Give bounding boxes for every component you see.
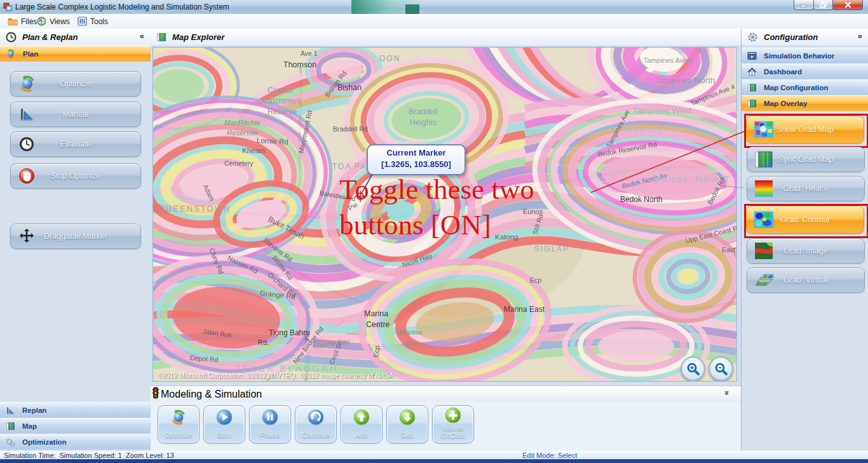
dashboard-label: Dashboard	[764, 68, 802, 76]
grad-virtual-button[interactable]: Grad: Virtual	[747, 267, 865, 293]
configuration-panel: Configuration » Simulation Behavior Dash…	[741, 29, 868, 451]
continue-button[interactable]: Continue	[295, 405, 337, 443]
plus-icon	[445, 407, 461, 424]
zoom-in-button[interactable]	[681, 356, 705, 381]
clock-icon	[6, 32, 17, 43]
replan-section[interactable]: Replan	[0, 402, 151, 418]
sim-optimize-button[interactable]: Optimize	[158, 405, 200, 443]
map-explorer-header: Map Explorer	[151, 29, 741, 46]
draggable-marker-button[interactable]: Draggable Marker	[10, 224, 141, 249]
menu-files[interactable]: Files	[8, 15, 37, 27]
annotation-text: Toggle these two buttons [ON]	[339, 172, 534, 243]
down-arrow-icon	[399, 409, 416, 426]
grad-heat-label: Grad: Heat #	[747, 184, 864, 193]
folder-icon	[8, 17, 18, 25]
panel-title: Plan & Replan	[22, 32, 78, 42]
gears-icon	[6, 438, 15, 447]
status-edit-mode: Edit Mode: Select	[522, 452, 577, 459]
show-grad-map-button[interactable]: Show Grad Map	[746, 116, 864, 144]
expand-chevron[interactable]: »	[858, 31, 862, 41]
map-explorer-panel: Map Explorer ThomsonAve 1OONCentralCatch…	[151, 29, 741, 451]
gear-icon	[747, 32, 758, 43]
collapse-down-chevron[interactable]: »	[722, 391, 732, 395]
pause-button[interactable]: Pause	[249, 405, 291, 443]
window-title: Large Scale Complex Logistic Modeling an…	[15, 3, 229, 11]
map-overlay-label: Map Overlay	[764, 100, 807, 107]
map-explorer-icon	[156, 32, 166, 42]
pause-icon	[262, 409, 278, 426]
sim-optimize-label: Optimize	[158, 431, 199, 440]
start-button[interactable]: Start	[203, 405, 245, 443]
map-explorer-title: Map Explorer	[172, 32, 224, 42]
replan-label: Replan	[22, 406, 46, 414]
play-icon	[216, 409, 233, 426]
tooltip-title: Current Marker	[368, 147, 465, 159]
plan-section-header[interactable]: Plan	[0, 46, 151, 62]
menu-views-label: Views	[50, 17, 70, 26]
modeling-simulation-title: Modeling & Simulation	[161, 389, 262, 400]
configuration-header: Configuration »	[742, 29, 868, 46]
sidebar-item-dashboard[interactable]: Dashboard	[742, 64, 868, 79]
sidebar-item-simulation-behavior[interactable]: Simulation Behavior	[742, 48, 868, 64]
manual-button[interactable]: Manual	[10, 102, 141, 127]
menu-tools-label: Tools	[90, 17, 108, 26]
evaluate-label: Evaluate	[11, 140, 140, 149]
sliders-icon	[78, 17, 87, 26]
dcc-label: Dcc	[387, 431, 428, 440]
grad-contour-button[interactable]: Grad: Contour	[746, 206, 864, 234]
map-copyright: ©2012 Microsoft Corporation, ©2012 NAVTE…	[158, 372, 393, 379]
dcc-button[interactable]: Dcc	[386, 405, 428, 443]
status-bar: Simulation Time: Simulation Speed: 1 Zoo…	[0, 451, 868, 460]
restore-button[interactable]	[813, 0, 833, 10]
home-icon	[747, 67, 757, 76]
evaluate-button[interactable]: Evaluate	[10, 131, 141, 157]
grad-image-button[interactable]: Grad: Image	[747, 238, 865, 264]
continue-icon	[308, 409, 324, 426]
menu-views[interactable]: Views	[37, 15, 70, 27]
acc-button[interactable]: Acc	[341, 405, 383, 443]
grad-contour-label: Grad: Contour	[747, 215, 864, 224]
sidebar-item-map-overlay[interactable]: Map Overlay	[742, 95, 868, 111]
map-section[interactable]: Map	[0, 418, 151, 434]
sync-grad-map-label: Sync Grad Map	[747, 155, 864, 164]
configuration-title: Configuration	[764, 32, 818, 42]
map-canvas[interactable]: ThomsonAve 1OONCentralCatchmentReserveMa…	[153, 47, 737, 382]
glass-artifact-2	[405, 4, 419, 14]
map-config-icon	[747, 83, 757, 92]
marker-onclick-button[interactable]: Marker OnClick	[432, 405, 474, 443]
start-label: Start	[204, 431, 245, 440]
optimize-label: Optimize	[11, 79, 140, 88]
modeling-simulation-header: Modeling & Simulation »	[151, 386, 741, 403]
grad-virtual-label: Grad: Virtual	[747, 276, 864, 285]
sim-optimize-icon	[170, 409, 187, 428]
simulation-toolbar: Optimize Start Pause Continue	[151, 402, 741, 451]
plan-section-label: Plan	[23, 50, 38, 58]
current-marker-tooltip: Current Marker [1.3265, 103.8550]	[367, 144, 466, 175]
sync-grad-map-button[interactable]: Sync Grad Map	[747, 147, 865, 172]
sidebar-item-map-configuration[interactable]: Map Configuration	[742, 79, 868, 95]
map-overlay-icon	[747, 99, 757, 108]
pause-label: Pause	[250, 431, 290, 440]
optimization-label: Optimization	[22, 438, 67, 446]
title-bar[interactable]: Large Scale Complex Logistic Modeling an…	[0, 0, 868, 15]
app-icon	[3, 3, 12, 14]
plan-replan-panel: Plan & Replan « Plan Optimize Manual	[0, 29, 151, 451]
globe-icon	[37, 17, 46, 26]
optimization-section[interactable]: Optimization	[0, 434, 151, 450]
close-button[interactable]	[832, 0, 863, 10]
menu-bar: Files Views Tools	[0, 14, 868, 29]
minimize-button[interactable]	[794, 0, 814, 10]
collapse-chevron[interactable]: «	[140, 31, 144, 41]
menu-files-label: Files	[21, 17, 37, 26]
zoom-out-button[interactable]	[709, 356, 733, 381]
stop-optimize-button[interactable]: Stop Optimize	[10, 163, 141, 189]
window-bottom-edge	[0, 459, 868, 463]
optimize-button[interactable]: Optimize	[10, 71, 141, 97]
menu-tools[interactable]: Tools	[78, 15, 108, 27]
traffic-light-icon	[151, 387, 161, 402]
replan-icon	[6, 406, 15, 415]
stop-optimize-label: Stop Optimize	[11, 171, 140, 180]
grad-heat-button[interactable]: Grad: Heat #	[747, 176, 865, 201]
acc-label: Acc	[341, 431, 382, 440]
map-configuration-label: Map Configuration	[764, 84, 829, 91]
